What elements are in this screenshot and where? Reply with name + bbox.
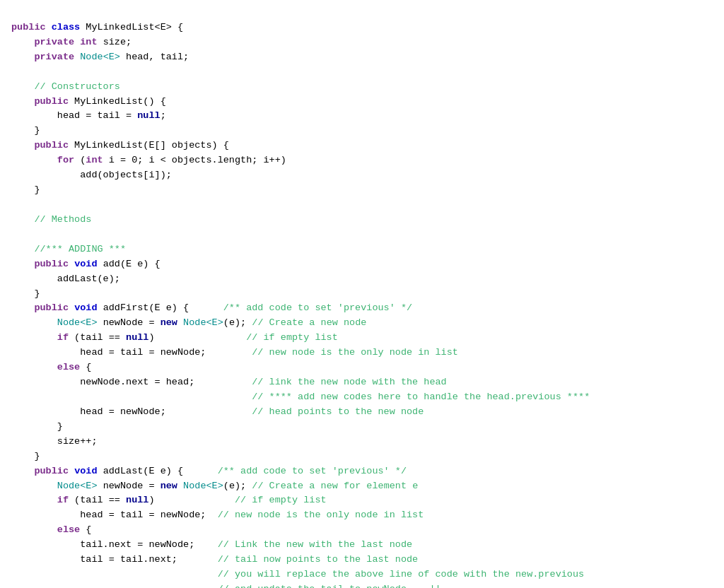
type-node-3: Node<E> [183, 317, 223, 328]
type-node-1: Node<E> [80, 52, 120, 62]
keyword-public-3: public [34, 140, 69, 151]
keyword-for: for [57, 155, 74, 165]
comment-link-last: // Link the new with the last node [218, 539, 412, 550]
keyword-null-3: null [126, 495, 148, 505]
keyword-class: class [52, 22, 81, 33]
comment-constructors: // Constructors [34, 81, 120, 92]
comment-create-1: // Create a new node [252, 317, 366, 328]
comment-head-points: // head points to the new node [252, 406, 424, 417]
keyword-public-5: public [34, 302, 69, 313]
comment-adding: //*** ADDING *** [34, 244, 126, 254]
comment-tail-points: // tail now points to the last node [218, 554, 419, 565]
keyword-private-1: private [34, 37, 74, 47]
comment-addlast: /** add code to set 'previous' */ [218, 466, 407, 476]
type-node-2: Node<E> [57, 317, 98, 328]
comment-if-empty-2: // if empty list [235, 495, 327, 505]
keyword-int-2: int [86, 155, 103, 165]
keyword-public-6: public [34, 466, 69, 476]
keyword-if-1: if [57, 332, 69, 343]
keyword-public: public [11, 22, 46, 33]
keyword-int-1: int [80, 37, 97, 47]
keyword-void-2: void [74, 302, 97, 313]
keyword-null-1: null [137, 110, 160, 121]
keyword-if-2: if [57, 495, 69, 505]
comment-update: // and update the tail to newNode....!! [218, 584, 441, 588]
type-node-4: Node<E> [57, 481, 98, 491]
code-editor: public class MyLinkedList<E> { private i… [0, 0, 724, 588]
keyword-private-2: private [34, 52, 74, 62]
keyword-else-1: else [57, 362, 80, 372]
comment-replace: // you will replace the above line of co… [218, 569, 584, 580]
type-node-5: Node<E> [183, 481, 223, 491]
keyword-void-1: void [74, 259, 97, 269]
comment-create-2: // Create a new for element e [252, 481, 418, 491]
comment-addfirst: /** add code to set 'previous' */ [223, 302, 412, 313]
keyword-void-3: void [74, 466, 97, 476]
keyword-public-4: public [34, 259, 69, 269]
comment-only-node-2: // new node is the only node in list [218, 510, 424, 520]
keyword-new-2: new [160, 481, 177, 491]
comment-if-empty-1: // if empty list [246, 332, 338, 343]
comment-add-code: // **** add new codes here to handle the… [252, 392, 590, 402]
keyword-new-1: new [160, 317, 177, 328]
comment-methods: // Methods [34, 214, 91, 225]
comment-only-node-1: // new node is the only node in list [252, 347, 458, 358]
keyword-else-2: else [57, 524, 80, 535]
keyword-public-2: public [34, 96, 69, 107]
comment-link-head: // link the new node with the head [252, 377, 446, 387]
keyword-null-2: null [126, 332, 148, 343]
